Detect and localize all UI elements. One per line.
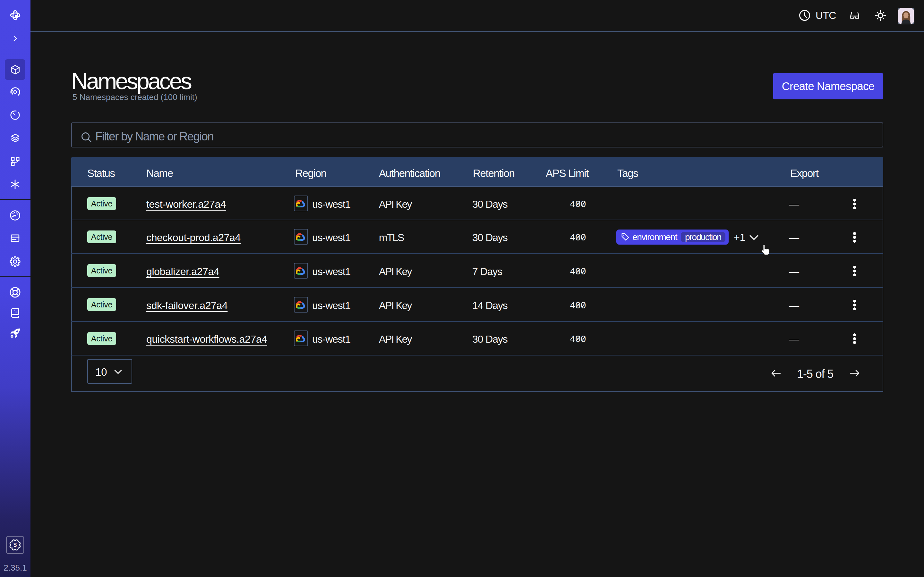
svg-text:$: $ <box>13 542 17 548</box>
